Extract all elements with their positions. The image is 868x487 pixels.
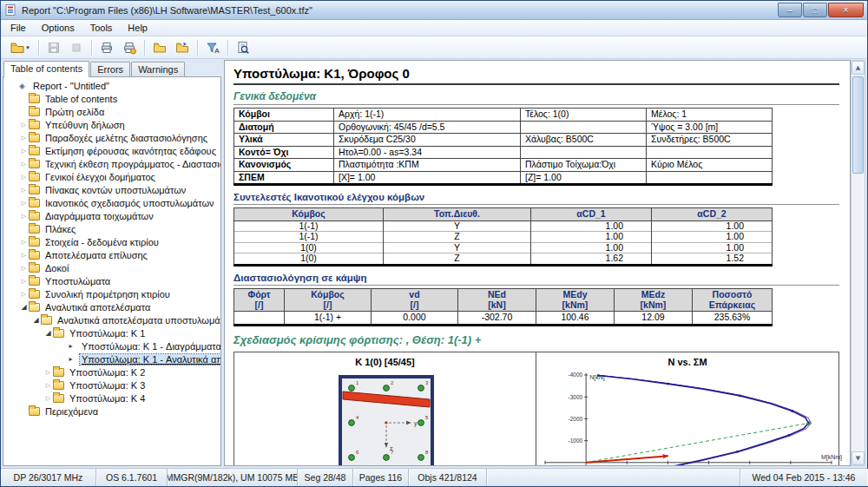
main-area: Table of contents Errors Warnings ◈Repor… (1, 59, 867, 468)
tree-item[interactable]: ▷Υποστύλωμα: K 2 (3, 365, 220, 378)
scroll-down-arrow[interactable]: ▼ (852, 451, 865, 465)
tree-item[interactable]: ▸Υποστύλωμα: K 1 - Αναλυτικά αποτελέσματ… (3, 352, 220, 365)
minimize-button[interactable]: – (778, 3, 802, 17)
collapsed-expander-icon[interactable]: ▷ (19, 213, 29, 220)
tree-item[interactable]: Πρώτη σελίδα (3, 105, 220, 118)
tree-item[interactable]: ▷Παραδοχές μελέτης διαστασιολόγησης (3, 131, 220, 144)
export-button[interactable] (43, 38, 65, 57)
tree-item-label: Δοκοί (43, 263, 70, 273)
folder-icon (53, 381, 64, 390)
tree-item[interactable]: ◢Αναλυτικά αποτελέσματα υποστυλωμάτων (3, 313, 220, 326)
collapsed-expander-icon[interactable]: ▷ (19, 252, 29, 259)
tree-item[interactable]: ▷Δοκοί (3, 261, 220, 274)
tree-item-label: Εκτίμηση φέρουσας ικανότητας εδάφους (43, 146, 218, 156)
tree-item[interactable]: ▷Τεχνική έκθεση προγράμματος - Διαστασιο… (3, 157, 220, 170)
general-table-row: ΚόμβοιΑρχή: 1(-1)Τέλος: 1(0)Μέλος: 1 (234, 109, 773, 122)
collapsed-expander-icon[interactable]: ▷ (19, 148, 29, 155)
tree-item[interactable]: ◈Report - "Untitled" (3, 79, 220, 92)
collapsed-expander-icon[interactable]: ▷ (43, 382, 53, 389)
print-button[interactable] (95, 38, 118, 57)
capacity-table-row: 1(0)Z1.621.52 (234, 253, 773, 266)
menu-tools[interactable]: Tools (82, 21, 121, 35)
scroll-up-arrow[interactable]: ▲ (852, 61, 865, 75)
collapsed-expander-icon[interactable]: ▷ (19, 265, 29, 272)
expanded-expander-icon[interactable]: ◢ (19, 303, 29, 311)
tree-item-label: Αποτελέσματα επίλυσης (43, 250, 149, 260)
close-button[interactable]: × (828, 3, 864, 17)
collapsed-expander-icon[interactable]: ▷ (43, 395, 53, 402)
collapsed-expander-icon[interactable]: ▷ (19, 135, 29, 141)
svg-text:-4000: -4000 (569, 372, 583, 378)
page-setup-button[interactable] (118, 38, 141, 57)
tree-item[interactable]: Περιεχόμενα (3, 405, 220, 418)
section-bending-heading: Διαστασιολόγηση σε κάμψη (233, 273, 839, 286)
maximize-button[interactable]: □ (803, 3, 827, 17)
collapsed-expander-icon[interactable]: ▷ (19, 200, 29, 207)
collapsed-expander-icon[interactable]: ▷ (19, 187, 29, 194)
dropdown-caret-icon[interactable]: ▾ (26, 44, 30, 51)
tree-item[interactable]: ◢Υποστύλωμα: K 1 (3, 326, 220, 339)
tree-item-label: Πλάκες (43, 224, 77, 234)
svg-text:150: 150 (704, 465, 713, 466)
menu-file[interactable]: File (3, 21, 34, 35)
tree-item[interactable]: ▷Εκτίμηση φέρουσας ικανότητας εδάφους (3, 144, 220, 157)
stop-button[interactable] (65, 38, 88, 57)
tree-item[interactable]: ◢Αναλυτικά αποτελέσματα (3, 300, 220, 313)
folder-next-button[interactable] (171, 38, 194, 57)
folder-prev-button[interactable] (148, 38, 171, 57)
folder-icon (53, 368, 64, 377)
collapsed-expander-icon[interactable]: ▷ (19, 122, 29, 128)
tree-item[interactable]: ▷Υποστύλωμα: K 4 (3, 392, 220, 405)
tree-item[interactable]: ▷Στοιχεία - δεδομένα κτιρίου (3, 235, 220, 248)
status-pages: Pages 116 (353, 469, 409, 486)
titlebar[interactable]: Report "C:\Program Files (x86)\LH Softwa… (1, 1, 867, 20)
tree-item[interactable]: Table of contents (3, 92, 220, 105)
tree-item-label: Περιεχόμενα (43, 406, 100, 417)
tree-item-label: Αναλυτικά αποτελέσματα υποστυλωμάτων (56, 315, 221, 326)
filter-button[interactable]: A (201, 38, 224, 57)
report-scrollbar[interactable]: ▲ ▼ (851, 60, 865, 466)
bending-table-row: 1(-1) +0.000-302.70100.4612.09235.63% (234, 312, 773, 326)
tree-item[interactable]: ▸Υποστύλωμα: K 1 - Διαγράμματα (3, 339, 220, 352)
preview-button[interactable] (232, 38, 254, 57)
menu-options[interactable]: Options (34, 21, 82, 35)
folder-open-icon (29, 303, 40, 312)
toc-tree: ◈Report - "Untitled"Table of contentsΠρώ… (3, 76, 221, 466)
folder-icon (29, 212, 40, 220)
general-table-row: ΥλικάΣκυρόδεμα C25/30Χάλυβας: B500CΣυνδε… (234, 134, 773, 147)
collapsed-expander-icon[interactable]: ▷ (19, 174, 29, 181)
design-figure: K 1(0) [45/45] yz12345678 Θλιβόμενη ζώνη… (233, 352, 839, 466)
collapsed-expander-icon[interactable]: ▷ (19, 291, 29, 298)
scrollbar-track[interactable] (852, 75, 865, 451)
tree-item[interactable]: ▷Υποστύλωμα: K 3 (3, 378, 220, 392)
tree-item-label: Στοιχεία - δεδομένα κτιρίου (43, 237, 161, 247)
tree-item[interactable]: Πλάκες (3, 222, 220, 235)
folder-icon (29, 160, 40, 168)
tab-errors[interactable]: Errors (90, 62, 130, 77)
tree-item[interactable]: ▷Διαγράμματα τοιχωμάτων (3, 209, 220, 222)
tree-item[interactable]: ▷Ικανοτικός σχεδιασμός υποστυλωμάτων (3, 196, 220, 209)
tab-warnings[interactable]: Warnings (131, 62, 185, 77)
tree-item[interactable]: ▷Συνολική προμέτρηση κτιρίου (3, 287, 220, 300)
expanded-expander-icon[interactable]: ◢ (43, 329, 53, 337)
section-general-heading: Γενικά δεδομένα (233, 90, 839, 105)
tree-item[interactable]: ▷Γενικοί έλεγχοι δομήματος (3, 170, 220, 183)
svg-text:-1000: -1000 (569, 438, 583, 444)
tree-item[interactable]: ▷Υποστυλώματα (3, 274, 220, 287)
tree-item[interactable]: ▷Πίνακας κοντών υποστυλωμάτων (3, 183, 220, 196)
expanded-expander-icon[interactable]: ◢ (31, 316, 41, 324)
scrollbar-thumb[interactable] (852, 76, 864, 174)
open-report-button[interactable]: ▾ (5, 38, 35, 57)
collapsed-expander-icon[interactable]: ▷ (43, 369, 53, 376)
collapsed-expander-icon[interactable]: ▷ (19, 161, 29, 168)
svg-text:A: A (214, 46, 220, 54)
collapsed-expander-icon[interactable]: ▷ (19, 278, 29, 285)
svg-text:-50: -50 (541, 465, 549, 466)
tab-table-of-contents[interactable]: Table of contents (3, 61, 89, 77)
tree-item[interactable]: ▷Αποτελέσματα επίλυσης (3, 248, 220, 261)
app-icon (4, 3, 17, 16)
menu-help[interactable]: Help (120, 21, 155, 35)
collapsed-expander-icon[interactable]: ▷ (19, 239, 29, 246)
folder-icon (29, 238, 40, 247)
tree-item[interactable]: ▷Υπεύθυνη δήλωση (3, 118, 220, 131)
